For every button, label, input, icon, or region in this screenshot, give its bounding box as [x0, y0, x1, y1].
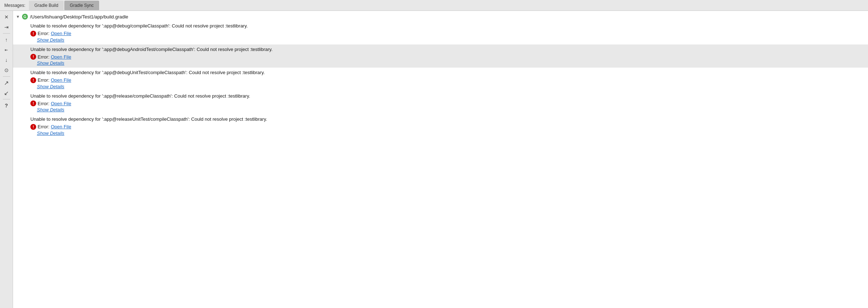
- error-group-4: Unable to resolve dependency for ':app@r…: [13, 91, 868, 115]
- expand-all-button[interactable]: ⇤: [2, 45, 11, 55]
- messages-panel: ▼ G /Users/lishuang/Desktop/Test1/app/bu…: [13, 11, 868, 308]
- error-group-3: Unable to resolve dependency for ':app@d…: [13, 68, 868, 91]
- error-message-4: Unable to resolve dependency for ':app@r…: [13, 92, 868, 100]
- show-details-link-3[interactable]: Show Details: [37, 84, 64, 89]
- main-content: ✕ ⇥ ↑ ⇤ ↓ ⊙ ↗ ↙ ? ▼ G /Users/lishuang/De…: [0, 11, 868, 308]
- error-icon-4: !: [30, 100, 36, 106]
- error-icon-1: !: [30, 31, 36, 37]
- tab-bar: Messages: Gradle Build Gradle Sync: [0, 0, 868, 11]
- help-button[interactable]: ?: [2, 101, 11, 110]
- error-message-5: Unable to resolve dependency for ':app@r…: [13, 115, 868, 124]
- error-detail-line-3: ! Error: Open File: [13, 77, 868, 84]
- toolbar-separator-1: [3, 33, 10, 34]
- error-icon-2: !: [30, 54, 36, 60]
- open-file-link-2[interactable]: Open File: [51, 54, 71, 60]
- error-detail-line-2: ! Error: Open File: [13, 54, 868, 60]
- show-details-link-5[interactable]: Show Details: [37, 131, 64, 136]
- error-group-5: Unable to resolve dependency for ':app@r…: [13, 114, 868, 138]
- close-button[interactable]: ✕: [2, 12, 11, 22]
- show-details-link-4[interactable]: Show Details: [37, 107, 64, 112]
- error-message-1: Unable to resolve dependency for ':app@d…: [13, 22, 868, 30]
- scroll-down-button[interactable]: ↓: [2, 55, 11, 65]
- scroll-up-button[interactable]: ↑: [2, 35, 11, 44]
- show-details-link-1[interactable]: Show Details: [37, 37, 64, 43]
- error-group-1: Unable to resolve dependency for ':app@d…: [13, 21, 868, 44]
- error-group-2: Unable to resolve dependency for ':app@d…: [13, 44, 868, 68]
- open-file-link-4[interactable]: Open File: [51, 101, 71, 106]
- show-details-line-3: Show Details: [13, 84, 868, 90]
- import-button[interactable]: ↙: [2, 88, 11, 98]
- file-path: /Users/lishuang/Desktop/Test1/app/build.…: [30, 14, 128, 20]
- show-details-line-4: Show Details: [13, 107, 868, 114]
- error-icon-5: !: [30, 124, 36, 130]
- collapse-all-button[interactable]: ⇥: [2, 22, 11, 32]
- show-details-link-2[interactable]: Show Details: [37, 60, 64, 66]
- open-file-link-1[interactable]: Open File: [51, 31, 71, 36]
- messages-label: Messages:: [1, 3, 28, 8]
- error-label-3: Error:: [38, 77, 50, 83]
- tab-gradle-sync[interactable]: Gradle Sync: [64, 1, 99, 10]
- show-details-line-5: Show Details: [13, 130, 868, 137]
- left-toolbar: ✕ ⇥ ↑ ⇤ ↓ ⊙ ↗ ↙ ?: [0, 11, 13, 308]
- error-detail-line-5: ! Error: Open File: [13, 124, 868, 130]
- error-label-5: Error:: [38, 124, 50, 129]
- error-label-1: Error:: [38, 31, 50, 36]
- error-detail-line-4: ! Error: Open File: [13, 100, 868, 107]
- show-details-line-1: Show Details: [13, 37, 868, 44]
- open-file-link-3[interactable]: Open File: [51, 77, 71, 83]
- app-container: Messages: Gradle Build Gradle Sync ✕ ⇥ ↑…: [0, 0, 868, 308]
- toolbar-separator-2: [3, 76, 10, 77]
- open-file-link-5[interactable]: Open File: [51, 124, 71, 129]
- error-icon-3: !: [30, 77, 36, 83]
- show-details-line-2: Show Details: [13, 60, 868, 67]
- error-message-2: Unable to resolve dependency for ':app@d…: [13, 45, 868, 54]
- error-detail-line-1: ! Error: Open File: [13, 30, 868, 37]
- file-header: ▼ G /Users/lishuang/Desktop/Test1/app/bu…: [13, 12, 868, 21]
- error-message-3: Unable to resolve dependency for ':app@d…: [13, 68, 868, 77]
- expand-arrow-icon[interactable]: ▼: [16, 14, 20, 19]
- export-button[interactable]: ↗: [2, 78, 11, 87]
- error-label-4: Error:: [38, 101, 50, 106]
- gradle-icon: G: [22, 14, 28, 20]
- error-label-2: Error:: [38, 54, 50, 60]
- clock-button[interactable]: ⊙: [2, 65, 11, 75]
- tab-gradle-build[interactable]: Gradle Build: [29, 1, 64, 10]
- toolbar-separator-3: [3, 99, 10, 99]
